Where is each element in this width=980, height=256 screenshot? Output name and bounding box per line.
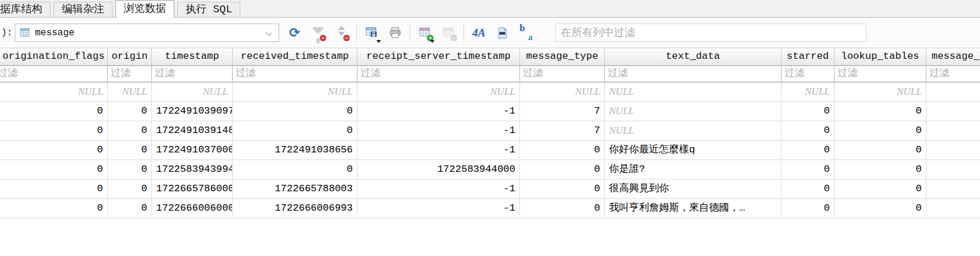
column-filter-lookup_tables[interactable]: 过滤 [835,66,926,82]
grid-cell[interactable]: 0 [233,160,357,179]
grid-cell[interactable]: 你是誰? [605,160,782,179]
grid-cell[interactable]: 0 [520,160,605,179]
column-header-lookup_tables[interactable]: lookup_tables [835,48,926,65]
grid-cell[interactable]: 0 [835,179,926,198]
grid-cell[interactable]: -1 [357,179,520,198]
grid-cell[interactable]: 很高興見到你 [605,179,782,198]
grid-cell[interactable]: 0 [108,179,152,198]
grid-cell[interactable]: 0 [520,179,605,198]
grid-cell[interactable]: 0 [835,141,926,159]
tab-browse-data[interactable]: 浏览数据 [115,0,174,18]
grid-cell[interactable]: NULL [835,82,926,101]
grid-cell[interactable]: 0 [233,121,357,140]
grid-cell[interactable]: 0 [782,121,835,140]
grid-cell[interactable]: NULL [357,82,520,101]
grid-cell[interactable]: 0 [233,102,357,121]
grid-cell[interactable]: -1 [357,199,520,218]
grid-cell[interactable]: 0 [782,102,835,121]
grid-cell[interactable]: NULL [152,82,233,101]
grid-cell[interactable]: 1722491039148 [152,121,233,140]
grid-cell[interactable]: 0 [108,121,152,140]
grid-cell[interactable]: -1 [357,141,520,159]
grid-cell[interactable]: 0 [782,199,835,218]
clear-filters-button[interactable]: − [306,21,330,45]
grid-cell[interactable]: NULL [520,82,605,101]
column-filter-timestamp[interactable]: 过滤 [152,66,233,82]
refresh-button[interactable]: ⟳ [283,21,306,45]
column-filter-received_timestamp[interactable]: 过滤 [233,66,357,82]
edit-display-format-button[interactable]: 4A [467,21,491,45]
grid-cell[interactable]: 1722583943994 [152,160,233,179]
insert-record-button[interactable]: + [413,21,437,45]
grid-cell[interactable]: 0 [108,160,152,179]
grid-cell[interactable]: 1722666006000 [152,199,233,218]
tab-database-structure[interactable]: 据库结构 [0,2,51,17]
tab-edit-pragmas[interactable]: 编辑杂注 [54,2,112,17]
table-selector-dropdown[interactable]: message [15,24,279,42]
grid-cell[interactable]: 0 [835,102,926,121]
grid-cell[interactable]: 1722666006993 [233,199,357,218]
grid-cell[interactable]: 0 [835,121,926,140]
column-header-text_data[interactable]: text_data [605,48,782,65]
grid-cell[interactable]: NULL [233,82,357,101]
column-header-timestamp[interactable]: timestamp [152,48,233,65]
grid-cell[interactable]: 我叫亨利詹姆斯，來自德國，… [605,199,782,218]
column-header-origination_flags[interactable]: origination_flags [0,48,108,65]
grid-cell[interactable]: 1722491039097 [152,102,233,121]
grid-cell[interactable]: 0 [835,160,926,179]
column-header-received_timestamp[interactable]: received_timestamp [233,48,357,65]
grid-cell[interactable]: 0 [782,160,835,179]
grid-cell[interactable]: 0 [520,141,605,159]
grid-cell[interactable]: -1 [357,121,520,140]
grid-cell[interactable]: NULL [605,121,782,140]
grid-cell[interactable]: 1722491038656 [233,141,357,159]
grid-cell[interactable]: 7 [520,121,605,140]
grid-cell[interactable] [926,141,980,159]
tab-execute-sql[interactable]: 执行 SQL [177,2,240,17]
grid-cell[interactable] [926,121,980,140]
column-filter-starred[interactable]: 过滤 [782,66,835,82]
grid-cell[interactable]: 1722665786000 [152,179,233,198]
grid-cell[interactable]: 7 [520,102,605,121]
print-button[interactable] [383,21,407,45]
grid-cell[interactable]: 0 [782,179,835,198]
grid-cell[interactable]: NULL [605,102,782,121]
column-filter-message_[interactable]: 过滤 [926,66,980,82]
column-filter-message_type[interactable]: 过滤 [520,66,605,82]
grid-cell[interactable]: 1722665788003 [233,179,357,198]
grid-cell[interactable]: 0 [782,141,835,159]
grid-cell[interactable] [926,102,980,121]
grid-cell[interactable]: 1722583944000 [357,160,520,179]
replace-button[interactable]: b a [514,21,538,45]
grid-cell[interactable]: 0 [835,199,926,218]
grid-cell[interactable]: 0 [108,199,152,218]
grid-cell[interactable]: 0 [0,199,108,218]
grid-cell[interactable]: 0 [0,160,108,179]
grid-cell[interactable]: NULL [0,82,108,101]
delete-record-button[interactable]: − [437,21,461,45]
grid-cell[interactable] [926,160,980,179]
column-header-starred[interactable]: starred [782,48,835,65]
save-table-button[interactable] [360,21,383,45]
grid-cell[interactable]: 0 [0,102,108,121]
grid-cell[interactable]: 0 [520,199,605,218]
column-header-origin[interactable]: origin [108,48,152,65]
grid-cell[interactable]: 0 [0,179,108,198]
clear-sorting-button[interactable]: − [330,21,353,45]
grid-cell[interactable]: NULL [108,82,152,101]
column-filter-origination_flags[interactable]: 过滤 [0,66,108,82]
grid-cell[interactable]: 0 [0,141,108,159]
column-filter-text_data[interactable]: 过滤 [605,66,782,82]
grid-cell[interactable]: NULL [605,82,782,101]
grid-cell[interactable]: -1 [357,102,520,121]
grid-cell[interactable] [926,82,980,101]
filter-all-columns-input[interactable] [555,24,866,42]
grid-cell[interactable]: 0 [108,141,152,159]
column-filter-origin[interactable]: 过滤 [108,66,152,82]
grid-cell[interactable]: 0 [108,102,152,121]
find-in-table-button[interactable] [491,21,514,45]
grid-cell[interactable]: NULL [782,82,835,101]
grid-cell[interactable] [926,199,980,218]
grid-cell[interactable]: 你好你最近怎麼樣q [605,141,782,159]
column-filter-receipt_server_timestamp[interactable]: 过滤 [357,66,520,82]
